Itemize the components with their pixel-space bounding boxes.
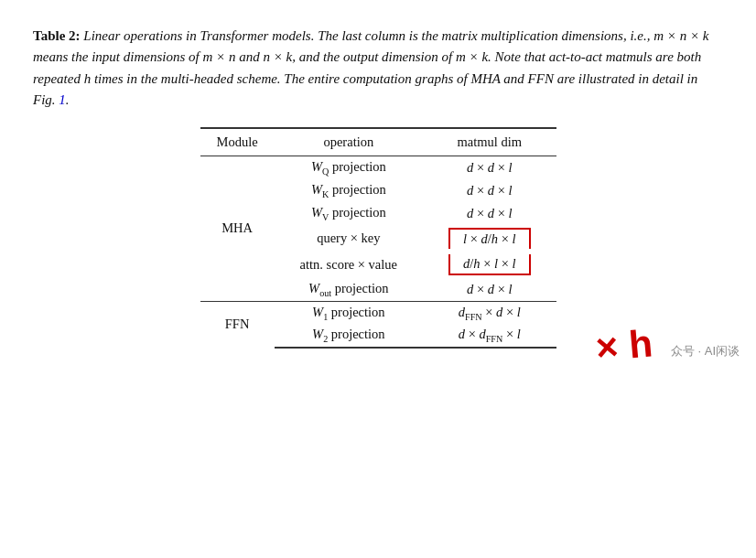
op-wk: WK projection: [275, 179, 423, 202]
table-wrapper: Module operation matmul dim MHA WQ proje…: [33, 127, 723, 349]
col-header-matmul: matmul dim: [423, 128, 556, 156]
dim-wk: d × d × l: [423, 179, 556, 202]
col-header-operation: operation: [275, 128, 423, 156]
dim-wout: d × d × l: [423, 278, 556, 301]
dim-attn-value-highlighted: d/h × l × l: [423, 252, 556, 278]
caption-text: Linear operations in Transformer models.…: [33, 28, 708, 107]
highlight-box-bottom: d/h × l × l: [448, 254, 530, 275]
module-mha: MHA: [200, 156, 275, 302]
dim-query-key-highlighted: l × d/h × l: [423, 225, 556, 252]
op-w2: W2 projection: [275, 324, 423, 348]
main-table: Module operation matmul dim MHA WQ proje…: [200, 127, 556, 349]
dim-wq: d × d × l: [423, 156, 556, 179]
highlight-box-top: l × d/h × l: [448, 228, 530, 249]
op-wv: WV projection: [275, 202, 423, 225]
dim-w2: d × dFFN × l: [423, 324, 556, 348]
op-wout: Wout projection: [275, 278, 423, 301]
op-attn-value: attn. score × value: [275, 252, 423, 278]
dim-wv: d × d × l: [423, 202, 556, 225]
table-row: MHA WQ projection d × d × l: [200, 156, 556, 179]
fig-link[interactable]: 1: [59, 92, 66, 107]
page: Table 2: Linear operations in Transforme…: [0, 0, 756, 367]
table-row: FFN W1 projection dFFN × d × l: [200, 301, 556, 324]
op-wq: WQ projection: [275, 156, 423, 179]
caption-label: Table 2:: [33, 28, 81, 43]
op-query-key: query × key: [275, 225, 423, 252]
watermark: 众号 · AI闲谈: [671, 343, 740, 359]
xh-annotation: × h: [594, 321, 654, 370]
col-header-module: Module: [200, 128, 275, 156]
dim-w1: dFFN × d × l: [423, 301, 556, 324]
op-w1: W1 projection: [275, 301, 423, 324]
module-ffn: FFN: [200, 301, 275, 348]
watermark-icon: 众号 · AI闲谈: [671, 344, 740, 358]
table-caption: Table 2: Linear operations in Transforme…: [33, 26, 723, 111]
